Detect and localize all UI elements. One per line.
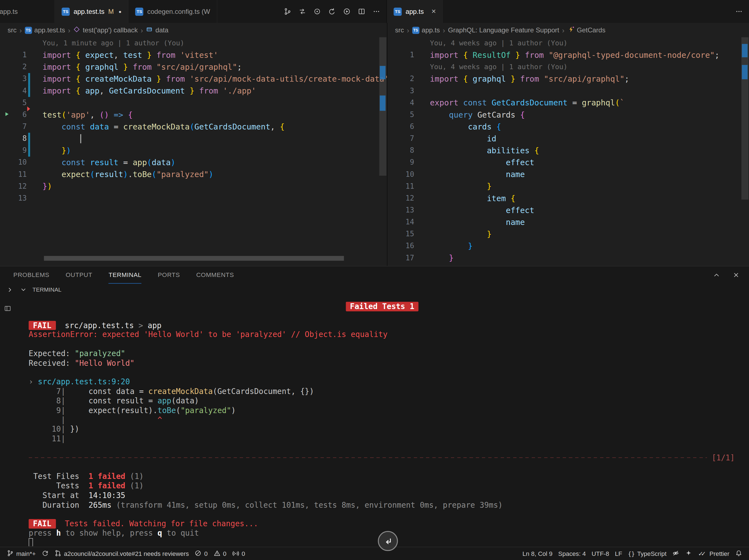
glyph-margin[interactable] (0, 157, 13, 169)
line-number[interactable]: 14 (401, 216, 414, 228)
panel-tab-problems[interactable]: PROBLEMS (13, 266, 49, 284)
line-number[interactable]: 6 (13, 109, 26, 121)
line-number[interactable]: 13 (401, 204, 414, 216)
chevron-right-icon[interactable] (6, 286, 15, 294)
code-line[interactable]: 2import { graphql } from "src/api/graphq… (387, 73, 749, 85)
glyph-margin[interactable] (0, 85, 13, 97)
code-line[interactable]: 4import { app, GetCardsDocument } from '… (0, 85, 387, 97)
line-number[interactable]: 8 (13, 133, 26, 145)
copilot[interactable] (682, 548, 695, 559)
cursor-position[interactable]: Ln 8, Col 9 (519, 548, 555, 559)
code-line[interactable]: 17 } (387, 252, 749, 264)
terminal-split-icon[interactable] (4, 305, 12, 314)
breadcrumb-item[interactable]: GetCards (567, 26, 605, 34)
glyph-margin[interactable] (387, 121, 401, 133)
code-line[interactable]: 1import { expect, test } from 'vitest' (0, 49, 387, 61)
eol-sequence[interactable]: LF (612, 548, 625, 559)
line-number[interactable] (401, 61, 414, 73)
glyph-margin[interactable] (0, 169, 13, 180)
code-line[interactable]: 9 }) (0, 145, 387, 157)
breadcrumb-item[interactable]: data (146, 26, 169, 34)
line-number[interactable]: 6 (401, 121, 414, 133)
glyph-margin[interactable] (387, 169, 401, 180)
line-number[interactable]: 10 (401, 169, 414, 180)
line-number[interactable]: 11 (401, 180, 414, 192)
line-number[interactable]: 3 (401, 85, 414, 97)
line-number[interactable]: 4 (401, 97, 414, 109)
code-line[interactable]: 8 (0, 133, 387, 145)
code-line[interactable]: 13 effect (387, 204, 749, 216)
line-number[interactable]: 1 (13, 49, 26, 61)
discard-icon[interactable] (325, 5, 338, 18)
horizontal-scrollbar[interactable] (0, 256, 387, 261)
line-number[interactable]: 9 (13, 145, 26, 157)
panel-tab-terminal[interactable]: TERMINAL (108, 266, 142, 284)
code-line[interactable]: 13 (0, 192, 387, 204)
glyph-margin[interactable] (387, 180, 401, 192)
glyph-margin[interactable] (387, 133, 401, 145)
glyph-margin[interactable] (0, 192, 13, 204)
language-mode[interactable]: {}TypeScript (625, 548, 669, 559)
line-number[interactable]: 2 (13, 61, 26, 73)
glyph-margin[interactable] (387, 109, 401, 121)
forwarded-ports[interactable]: 0 (229, 548, 248, 559)
code-editor-right[interactable]: You, 4 weeks ago | 1 author (You)1import… (387, 37, 749, 266)
glyph-margin[interactable] (387, 228, 401, 240)
code-line[interactable]: 14 name (387, 216, 749, 228)
breadcrumb-item[interactable]: test('app') callback (73, 26, 138, 34)
code-line[interactable]: 6test('app', () => { (0, 109, 387, 121)
glyph-margin[interactable] (387, 157, 401, 169)
tab-close-icon[interactable]: × (431, 7, 436, 16)
terminal-output[interactable]: Failed Tests 1FAIL src/app.test.ts > app… (0, 296, 749, 546)
glyph-margin[interactable] (0, 145, 13, 157)
tab-app-test-ts[interactable]: TSapp.test.tsM● (55, 0, 128, 23)
github-pull-request[interactable]: a2council/a2council.vote#21 needs review… (51, 548, 192, 559)
scrollbar-thumb[interactable] (44, 256, 344, 261)
tab-codegen-config-ts[interactable]: TScodegen.config.ts (W (129, 0, 217, 23)
code-line[interactable]: 5 query GetCards { (387, 109, 749, 121)
line-number[interactable]: 9 (401, 157, 414, 169)
code-line[interactable]: 4export const GetCardsDocument = graphql… (387, 97, 749, 109)
compare-changes-icon[interactable] (296, 5, 308, 18)
line-number[interactable]: 11 (13, 169, 26, 180)
line-number[interactable]: 10 (13, 157, 26, 169)
code-line[interactable]: 8 abilities { (387, 145, 749, 157)
glyph-margin[interactable] (0, 73, 13, 85)
code-line[interactable]: 9 effect (387, 157, 749, 169)
formatter-prettier[interactable]: ✓✓Prettier (695, 548, 732, 559)
code-line[interactable]: 2import { graphql } from "src/api/graphq… (0, 61, 387, 73)
encoding[interactable]: UTF-8 (589, 548, 612, 559)
line-number[interactable] (13, 37, 26, 49)
more-actions-icon[interactable] (732, 5, 745, 18)
code-editor-left[interactable]: You, 1 minute ago | 1 author (You)1impor… (0, 37, 387, 266)
vertical-scrollbar-right[interactable] (741, 37, 749, 252)
code-line[interactable]: 5 (0, 97, 387, 109)
panel-tab-ports[interactable]: PORTS (158, 266, 180, 284)
glyph-margin[interactable] (387, 85, 401, 97)
blame-annotation[interactable]: You, 1 minute ago | 1 author (You) (0, 37, 387, 49)
code-line[interactable]: 7 id (387, 133, 749, 145)
git-branch[interactable]: main*+ (4, 548, 39, 559)
glyph-margin[interactable] (0, 49, 13, 61)
line-number[interactable]: 12 (401, 192, 414, 204)
chevron-down-icon[interactable] (19, 286, 28, 294)
panel-close-icon[interactable] (729, 269, 742, 282)
line-number[interactable]: 17 (401, 252, 414, 264)
code-line[interactable]: 12}) (0, 180, 387, 192)
code-line[interactable]: 11 } (387, 180, 749, 192)
code-line[interactable]: 10 name (387, 169, 749, 180)
glyph-margin[interactable] (387, 49, 401, 61)
glyph-margin[interactable] (387, 252, 401, 264)
panel-tab-output[interactable]: OUTPUT (66, 266, 92, 284)
line-number[interactable]: 2 (401, 73, 414, 85)
line-number[interactable]: 8 (401, 145, 414, 157)
split-editor-icon[interactable] (355, 5, 368, 18)
source-control-graph-icon[interactable] (281, 5, 294, 18)
breadcrumb-item[interactable]: src (8, 26, 17, 34)
glyph-margin[interactable] (0, 133, 13, 145)
line-number[interactable]: 7 (13, 121, 26, 133)
code-line[interactable]: 16 } (387, 240, 749, 252)
indentation[interactable]: Spaces: 4 (555, 548, 589, 559)
breadcrumb-item[interactable]: TSapp.test.ts (25, 26, 65, 34)
problems-warnings[interactable]: 0 (211, 548, 230, 559)
